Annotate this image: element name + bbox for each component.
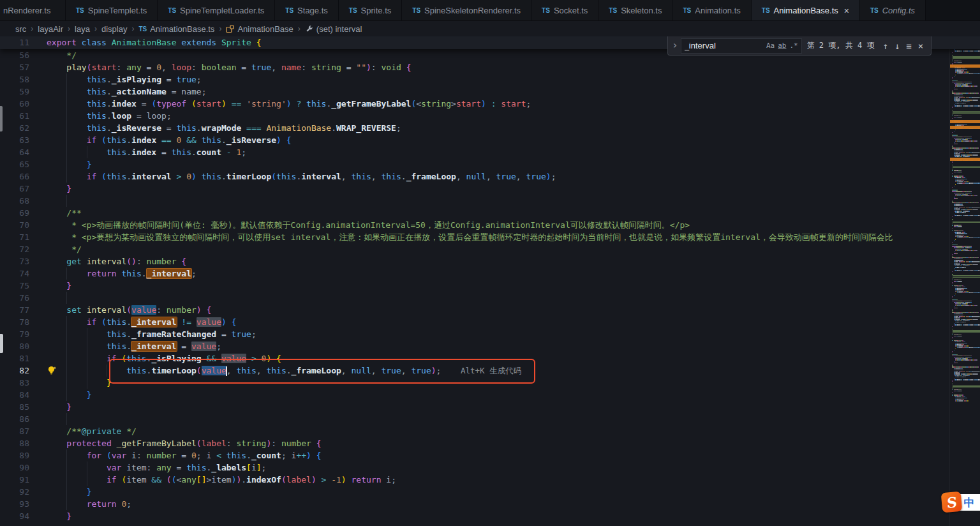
find-in-selection-icon[interactable]: ≡: [906, 41, 911, 51]
line-number[interactable]: 87: [0, 425, 29, 437]
code-line-76[interactable]: 76: [0, 292, 949, 304]
breadcrumb-item-layaAir[interactable]: layaAir: [38, 24, 63, 34]
code-line-79[interactable]: 79 this._frameRateChanged = true;: [0, 328, 949, 340]
line-number[interactable]: 64: [0, 146, 29, 158]
match-case-icon[interactable]: Aa: [766, 41, 775, 50]
breadcrumb-item-AnimationBase[interactable]: AnimationBase: [226, 24, 293, 34]
next-match-icon[interactable]: ↓: [895, 41, 900, 51]
line-number[interactable]: 82: [0, 364, 29, 377]
code-line-75[interactable]: 75 }: [0, 280, 949, 292]
code-line-60[interactable]: 60 this.index = (typeof (start) == 'stri…: [0, 98, 949, 110]
line-number[interactable]: 79: [0, 328, 29, 340]
line-number[interactable]: 62: [0, 122, 29, 134]
code-line-92[interactable]: 92 }: [0, 486, 949, 498]
code-lines[interactable]: 56 */57 play(start: any = 0, loop: boole…: [0, 36, 980, 526]
line-number[interactable]: 60: [0, 98, 29, 110]
line-number[interactable]: 69: [0, 207, 29, 219]
code-line-86[interactable]: 86: [0, 413, 949, 425]
code-line-78[interactable]: 78 if (this._interval != value) {: [0, 316, 949, 328]
code-line-90[interactable]: 90 var item: any = this._labels[i];: [0, 462, 949, 474]
code-line-57[interactable]: 57 play(start: any = 0, loop: boolean = …: [0, 61, 949, 73]
line-number[interactable]: 94: [0, 510, 29, 522]
line-number[interactable]: 93: [0, 498, 29, 510]
code-line-72[interactable]: 72 */: [0, 243, 949, 255]
code-line-74[interactable]: 74 return this._interval;: [0, 267, 949, 280]
code-line-66[interactable]: 66 if (this.interval > 0) this.timerLoop…: [0, 170, 949, 183]
code-line-63[interactable]: 63 if (this.index == 0 && this._isRevers…: [0, 134, 949, 146]
breadcrumb-item-AnimationBase.ts[interactable]: TSAnimationBase.ts: [138, 24, 214, 34]
line-number[interactable]: 76: [0, 292, 29, 304]
code-line-84[interactable]: 84 }: [0, 389, 949, 401]
code-line-81[interactable]: 81 if (this._isPlaying && value > 0) {: [0, 352, 949, 364]
close-tab-icon[interactable]: ×: [844, 6, 849, 15]
whole-word-icon[interactable]: ab: [778, 41, 786, 50]
toggle-replace-icon[interactable]: ›: [672, 39, 678, 51]
code-line-80[interactable]: 80 this._interval = value;: [0, 340, 949, 352]
line-number[interactable]: 73: [0, 255, 29, 267]
line-number[interactable]: 74: [0, 267, 29, 280]
regex-icon[interactable]: .*: [789, 41, 798, 50]
code-line-59[interactable]: 59 this._actionName = name;: [0, 86, 949, 98]
line-number[interactable]: 90: [0, 462, 29, 474]
line-number[interactable]: 81: [0, 352, 29, 364]
previous-match-icon[interactable]: ↑: [882, 41, 887, 51]
code-line-65[interactable]: 65 }: [0, 158, 949, 170]
tab-Stage.ts[interactable]: TSStage.ts: [275, 0, 338, 21]
code-line-85[interactable]: 85 }: [0, 401, 949, 413]
code-line-62[interactable]: 62 this._isReverse = this.wrapMode === A…: [0, 122, 949, 134]
tab-nRenderer.ts[interactable]: nRenderer.ts: [0, 0, 66, 21]
line-number[interactable]: 58: [0, 73, 29, 86]
line-number[interactable]: 75: [0, 280, 29, 292]
code-line-87[interactable]: 87 /**@private */: [0, 425, 949, 437]
lightbulb-icon[interactable]: [46, 364, 58, 377]
breadcrumb-item-src[interactable]: src: [15, 24, 26, 34]
line-number[interactable]: 57: [0, 61, 29, 73]
breadcrumb-item-(set) interval[interactable]: (set) interval: [305, 24, 362, 34]
line-number[interactable]: 78: [0, 316, 29, 328]
line-number[interactable]: 88: [0, 437, 29, 449]
line-number[interactable]: 70: [0, 219, 29, 231]
code-line-94[interactable]: 94 }: [0, 510, 949, 522]
line-number[interactable]: 71: [0, 231, 29, 243]
tab-Skeleton.ts[interactable]: TSSkeleton.ts: [598, 0, 672, 21]
code-line-89[interactable]: 89 for (var i: number = 0; i < this._cou…: [0, 449, 949, 462]
line-number[interactable]: 77: [0, 304, 29, 316]
line-number[interactable]: 66: [0, 170, 29, 183]
code-line-93[interactable]: 93 return 0;: [0, 498, 949, 510]
code-line-77[interactable]: 77 set interval(value: number) {: [0, 304, 949, 316]
code-line-83[interactable]: 83 }: [0, 377, 949, 389]
tab-Config.ts[interactable]: TSConfig.ts: [860, 0, 926, 21]
line-number[interactable]: 65: [0, 158, 29, 170]
tab-Sprite.ts[interactable]: TSSprite.ts: [339, 0, 402, 21]
line-number[interactable]: 72: [0, 243, 29, 255]
line-number[interactable]: 91: [0, 474, 29, 486]
breadcrumb-item-display[interactable]: display: [101, 24, 127, 34]
line-number[interactable]: 63: [0, 134, 29, 146]
line-number[interactable]: 85: [0, 401, 29, 413]
code-line-58[interactable]: 58 this._isPlaying = true;: [0, 73, 949, 86]
code-line-69[interactable]: 69 /**: [0, 207, 949, 219]
breadcrumb-item-laya[interactable]: laya: [75, 24, 90, 34]
line-number[interactable]: 61: [0, 110, 29, 122]
code-line-88[interactable]: 88 protected _getFrameByLabel(label: str…: [0, 437, 949, 449]
code-line-67[interactable]: 67 }: [0, 183, 949, 195]
code-line-61[interactable]: 61 this.loop = loop;: [0, 110, 949, 122]
line-number[interactable]: 83: [0, 377, 29, 389]
find-input[interactable]: [685, 41, 763, 50]
line-number[interactable]: 86: [0, 413, 29, 425]
line-number[interactable]: 56: [0, 49, 29, 61]
code-line-73[interactable]: 73 get interval(): number {: [0, 255, 949, 267]
code-line-91[interactable]: 91 if (item && ((<any[]>item)).indexOf(l…: [0, 474, 949, 486]
minimap[interactable]: [949, 36, 980, 526]
code-editor[interactable]: 56 */57 play(start: any = 0, loop: boole…: [0, 36, 980, 526]
line-number[interactable]: 84: [0, 389, 29, 401]
tab-AnimationBase.ts[interactable]: TSAnimationBase.ts×: [752, 0, 860, 21]
line-number[interactable]: 89: [0, 449, 29, 462]
line-number[interactable]: 59: [0, 86, 29, 98]
code-line-71[interactable]: 71 * <p>要想为某动画设置独立的帧间隔时间，可以使用set interva…: [0, 231, 949, 243]
line-number[interactable]: 67: [0, 183, 29, 195]
code-line-70[interactable]: 70 * <p>动画播放的帧间隔时间(单位: 毫秒)。默认值依赖于Config.…: [0, 219, 949, 231]
sogou-logo-icon[interactable]: S: [941, 492, 963, 513]
tab-SpineTemplet.ts[interactable]: TSSpineTemplet.ts: [66, 0, 158, 21]
tab-Animation.ts[interactable]: TSAnimation.ts: [672, 0, 751, 21]
